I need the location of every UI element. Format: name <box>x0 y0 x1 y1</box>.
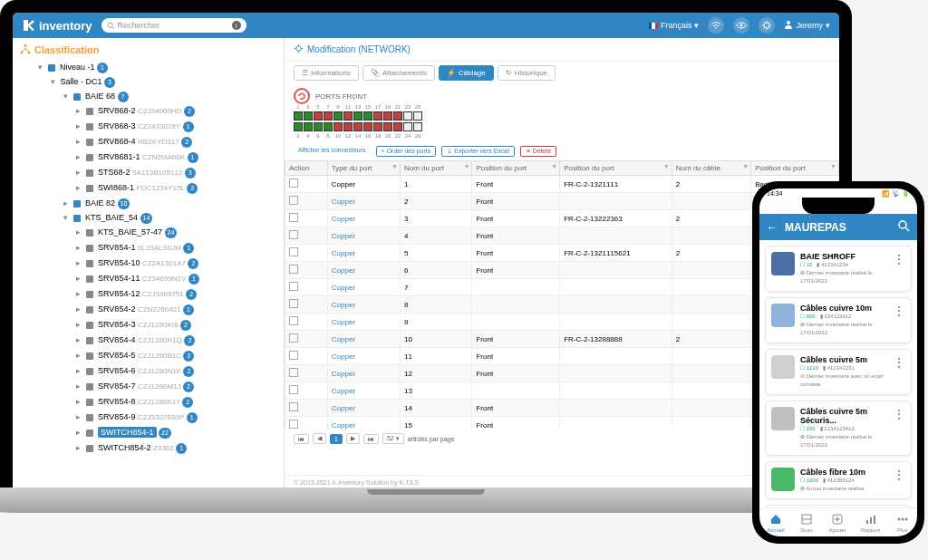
tree-item[interactable]: ▸ SRV854-7 CZJ1280M1J 2 <box>76 379 276 394</box>
row-checkbox[interactable] <box>289 299 298 308</box>
row-checkbox[interactable] <box>289 316 298 325</box>
delete-button[interactable]: ✕ Delete <box>520 146 556 157</box>
item-menu-icon[interactable]: ⋮ <box>893 468 905 493</box>
port[interactable] <box>373 122 382 131</box>
tree-item[interactable]: ▸ SRV854-11 CZ34699N1V 1 <box>76 271 276 286</box>
row-checkbox[interactable] <box>289 385 298 394</box>
tree-item[interactable]: ▸ SRV868-4 RBZKYD317 2 <box>76 134 276 150</box>
tab-attachements[interactable]: 📎 Attachements <box>362 65 435 81</box>
pager-prev[interactable]: ◀ <box>313 433 326 444</box>
tab-historique[interactable]: ↻ Historique <box>498 65 556 81</box>
export-excel-button[interactable]: ⤓ Exporter vers Excel <box>441 146 515 157</box>
table-row[interactable]: Copper1FrontFR-C-2-13211112Back <box>285 176 839 193</box>
tree-item[interactable]: ▸ SRV854-9 CZJ3307830P 1 <box>76 410 276 425</box>
search-input[interactable]: Rechercher i <box>102 18 246 33</box>
row-checkbox[interactable] <box>289 230 298 239</box>
row-checkbox[interactable] <box>289 282 298 291</box>
item-menu-icon[interactable]: ⋮ <box>893 407 905 449</box>
port[interactable] <box>334 111 343 121</box>
tree-item[interactable]: ▸ SRV8681-1 CZN2MA60K 1 <box>76 150 276 165</box>
tab-informations[interactable]: ☰ Informations <box>294 65 359 81</box>
item-menu-icon[interactable]: ⋮ <box>893 252 905 285</box>
eye-icon[interactable] <box>733 17 749 34</box>
row-checkbox[interactable] <box>289 420 298 429</box>
tree-item[interactable]: ▸ SRV854-2 CZN2280421 1 <box>76 302 276 317</box>
inventory-card[interactable]: Câbles fibre 10m ☐ 1000 ▮ 412385124 ⊘ Au… <box>765 461 912 499</box>
tree-item[interactable]: ▸ KTS_BAIE_57-47 24 <box>76 225 276 240</box>
tree-item[interactable]: ▸ SRV854-5 CZJ1280B1C 2 <box>76 348 276 363</box>
port[interactable] <box>363 122 372 131</box>
item-menu-icon[interactable]: ⋮ <box>893 355 905 389</box>
row-checkbox[interactable] <box>289 213 298 222</box>
tree-item[interactable]: ▸ SRV854-6 CZJ1280N1K 2 <box>76 363 276 379</box>
row-checkbox[interactable] <box>289 265 298 274</box>
port[interactable] <box>294 111 303 121</box>
wifi-icon[interactable] <box>708 17 724 34</box>
tree-bay[interactable]: ▸ BAIE 82 10 <box>63 196 276 210</box>
tab-rapport[interactable]: Rapport <box>861 512 880 533</box>
port[interactable] <box>383 111 392 121</box>
column-header[interactable]: Position du port▼ <box>472 161 560 176</box>
row-checkbox[interactable] <box>289 179 298 188</box>
gear-icon[interactable] <box>759 17 775 34</box>
port[interactable] <box>373 111 382 121</box>
tree-item[interactable]: ▸ SRV868-3 CZ2433078Y 1 <box>76 119 276 134</box>
pager-next[interactable]: ▶ <box>346 433 360 444</box>
row-checkbox[interactable] <box>289 368 298 377</box>
refresh-icon[interactable] <box>294 88 310 104</box>
row-checkbox[interactable] <box>289 333 298 343</box>
column-header[interactable]: Nom du câble▼ <box>672 161 750 176</box>
show-connectors-button[interactable]: Afficher les connecteurs <box>294 146 371 157</box>
column-header[interactable]: Position du port▼ <box>560 161 672 176</box>
port[interactable] <box>413 111 422 121</box>
tab-plus[interactable]: Plus <box>895 512 910 533</box>
tree-item[interactable]: ▸ SRV868-2 CZJ34000HD 2 <box>76 103 276 119</box>
tree-item[interactable]: ▸ SRV854-12 CZJ3469751 2 <box>76 286 276 302</box>
port[interactable] <box>334 122 343 131</box>
inventory-card[interactable]: Câbles cuivre 10m ☐ 600 ▮ 324123412 ⊘ De… <box>765 297 912 343</box>
port[interactable] <box>343 111 353 121</box>
pager-page-1[interactable]: 1 <box>330 434 343 444</box>
item-menu-icon[interactable]: ⋮ <box>893 304 905 337</box>
port[interactable] <box>393 122 402 131</box>
row-checkbox[interactable] <box>289 247 298 256</box>
pager-first[interactable]: ⏮ <box>294 434 309 444</box>
info-icon[interactable]: i <box>232 21 241 30</box>
port[interactable] <box>304 111 313 121</box>
tree-item[interactable]: ▸ SRV854-1 0L33ALS0JM 1 <box>76 240 276 256</box>
tree-item[interactable]: ▸ SRV854-4 CZJ1280R1Q 2 <box>76 333 276 348</box>
port[interactable] <box>353 122 362 131</box>
tab-scan[interactable]: Scan <box>799 512 814 533</box>
row-checkbox[interactable] <box>289 196 298 205</box>
port[interactable] <box>413 122 422 131</box>
port[interactable] <box>294 122 303 131</box>
tree-item[interactable]: ▸ SRV854-10 CZ2A1301A7 2 <box>76 256 276 271</box>
app-logo[interactable]: inventory <box>22 18 92 33</box>
inventory-card[interactable]: Câbles cuivre 5m ☐ 1110 ▮ 412341231 ⊘ De… <box>765 349 912 395</box>
port[interactable] <box>314 111 323 121</box>
inventory-card[interactable]: Câbles cuivre 5m Sécuris... ☐ 150 ▮ 2134… <box>765 401 912 456</box>
port[interactable] <box>324 122 333 131</box>
port[interactable] <box>403 122 412 131</box>
back-icon[interactable]: ← <box>767 221 778 234</box>
row-checkbox[interactable] <box>289 402 298 411</box>
port[interactable] <box>363 111 372 121</box>
column-header[interactable]: Action <box>285 161 328 176</box>
tree-item[interactable]: ▸ SRV854-8 CZJ1280K17 2 <box>76 394 276 410</box>
pager-last[interactable]: ⏭ <box>363 434 379 444</box>
tree-item[interactable]: ▸ STS68-2 5A113B105112 3 <box>76 165 276 180</box>
port[interactable] <box>353 111 362 121</box>
pager-size[interactable]: 52 ▾ <box>382 433 404 444</box>
tree-item[interactable]: ▸ SWITCH854-1 22 <box>76 425 276 440</box>
language-selector[interactable]: Français ▾ <box>649 21 700 30</box>
inventory-card[interactable]: BAIE SHROFF ☐ 10 ▮ 412341234 ⊘ Dernier i… <box>765 246 912 292</box>
user-menu[interactable]: Jeremy ▾ <box>784 20 830 31</box>
port[interactable] <box>403 111 412 121</box>
tab-accueil[interactable]: Accueil <box>767 512 784 533</box>
port[interactable] <box>304 122 313 131</box>
order-ports-button[interactable]: + Order des ports <box>376 146 437 157</box>
tree-bay[interactable]: ▾ BAIE 68 7 <box>63 89 276 103</box>
column-header[interactable]: Nom du port▼ <box>400 161 471 176</box>
tab-ajouter[interactable]: Ajouter <box>828 512 846 533</box>
search-icon[interactable] <box>897 219 910 235</box>
